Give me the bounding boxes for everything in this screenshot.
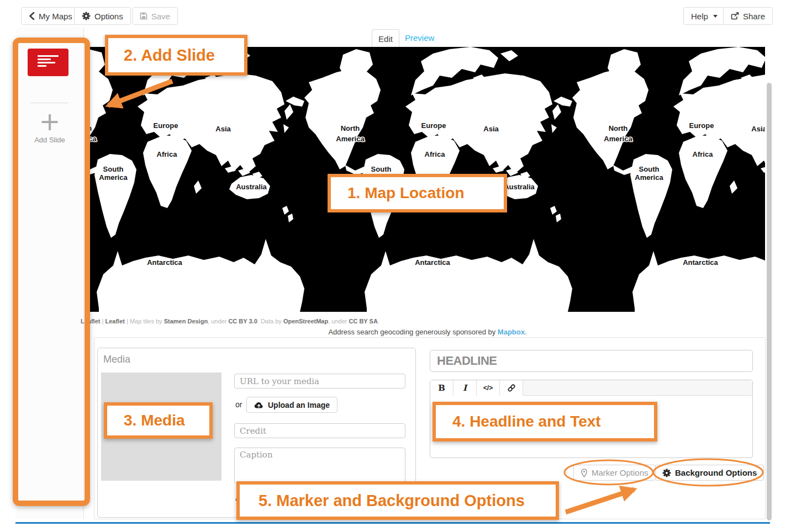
map-pin-icon xyxy=(581,469,588,477)
vertical-scrollbar[interactable] xyxy=(767,83,772,520)
credit-input[interactable] xyxy=(234,423,405,438)
svg-text:Asia: Asia xyxy=(215,125,231,133)
chain-link-icon xyxy=(507,384,516,392)
svg-text:Antarctica: Antarctica xyxy=(683,258,718,267)
svg-text:Africa: Africa xyxy=(425,150,446,158)
share-icon xyxy=(731,12,739,20)
svg-text:America: America xyxy=(604,135,632,143)
bold-button[interactable]: B xyxy=(430,380,453,396)
headline-input[interactable] xyxy=(430,350,753,372)
cloud-upload-icon xyxy=(254,401,263,408)
caret-down-icon xyxy=(713,15,718,18)
add-slide-button[interactable]: + Add Slide xyxy=(15,108,84,144)
slide-thumbnail[interactable] xyxy=(28,49,68,76)
tab-edit-label: Edit xyxy=(378,34,393,44)
help-label: Help xyxy=(691,12,708,21)
or-label: or xyxy=(235,400,242,409)
chevron-left-icon xyxy=(29,12,35,20)
svg-text:South: South xyxy=(103,165,124,173)
svg-text:North: North xyxy=(90,124,92,132)
svg-text:Europe: Europe xyxy=(421,121,446,130)
marker-options-label: Marker Options xyxy=(592,468,648,477)
sponsor-text: Address search geocoding generously spon… xyxy=(328,328,497,336)
share-label: Share xyxy=(743,12,765,21)
svg-text:North: North xyxy=(341,124,360,132)
svg-text:Asia: Asia xyxy=(483,125,499,133)
marker-options-button[interactable]: Marker Options xyxy=(573,465,656,481)
text-editor: B I </> xyxy=(430,380,753,458)
background-options-label: Background Options xyxy=(675,468,757,477)
mapbox-link[interactable]: Mapbox xyxy=(498,328,525,336)
options-button[interactable]: Options xyxy=(74,7,131,25)
svg-text:Australia: Australia xyxy=(504,183,535,191)
help-button[interactable]: Help xyxy=(683,7,725,25)
background-options-button[interactable]: Background Options xyxy=(655,465,764,481)
my-maps-button[interactable]: My Maps xyxy=(21,7,80,25)
italic-button[interactable]: I xyxy=(453,380,477,396)
plus-icon: + xyxy=(15,108,84,135)
svg-text:America: America xyxy=(90,135,97,143)
tab-preview-label: Preview xyxy=(405,33,434,42)
svg-text:America: America xyxy=(99,173,128,182)
link-button[interactable] xyxy=(500,380,523,396)
share-button[interactable]: Share xyxy=(723,7,773,25)
options-label: Options xyxy=(94,12,123,21)
map-canvas[interactable]: EuropeAsiaAfricaSouthAmericaAustraliaNor… xyxy=(90,47,765,312)
svg-text:Australia: Australia xyxy=(236,183,267,191)
svg-text:Africa: Africa xyxy=(693,150,714,158)
svg-text:America: America xyxy=(367,173,396,182)
svg-text:South: South xyxy=(371,165,392,173)
text-editor-area[interactable] xyxy=(430,396,752,458)
geocoding-sponsor-note: Address search geocoding generously spon… xyxy=(90,328,765,336)
svg-text:Antarctica: Antarctica xyxy=(415,258,450,267)
map-attribution: Leaflet | Leaflet | Map tiles by Stamen … xyxy=(81,318,379,324)
bottom-blue-rule xyxy=(15,522,770,524)
code-button[interactable]: </> xyxy=(477,380,500,396)
save-button[interactable]: Save xyxy=(132,7,178,25)
sponsor-suffix: . xyxy=(525,328,527,336)
tab-preview[interactable]: Preview xyxy=(405,33,434,42)
svg-text:Europe: Europe xyxy=(689,121,714,130)
media-panel: Media or Upload an Image A xyxy=(97,348,416,518)
text-editor-toolbar: B I </> xyxy=(430,380,752,396)
upload-image-label: Upload an Image xyxy=(268,401,330,409)
svg-text:Africa: Africa xyxy=(157,150,178,158)
tab-edit[interactable]: Edit xyxy=(372,29,399,47)
sidebar-divider xyxy=(30,103,68,103)
partially-hidden-text-fragment: A xyxy=(235,494,240,502)
media-url-input[interactable] xyxy=(234,374,405,389)
save-label: Save xyxy=(151,12,170,21)
media-panel-title: Media xyxy=(103,354,130,365)
world-map: EuropeAsiaAfricaSouthAmericaAustraliaNor… xyxy=(90,47,765,312)
svg-text:America: America xyxy=(336,135,365,143)
svg-text:Antarctica: Antarctica xyxy=(147,258,182,267)
media-preview-placeholder xyxy=(101,373,222,481)
my-maps-label: My Maps xyxy=(39,12,72,21)
gear-icon xyxy=(662,469,671,477)
svg-text:Asia: Asia xyxy=(751,125,765,133)
caption-textarea[interactable] xyxy=(234,448,405,484)
svg-text:Europe: Europe xyxy=(154,121,178,130)
svg-text:South: South xyxy=(639,165,660,173)
svg-text:America: America xyxy=(635,173,663,182)
add-slide-label: Add Slide xyxy=(15,136,84,144)
slides-sidebar: + Add Slide xyxy=(15,28,84,519)
save-icon xyxy=(140,12,147,20)
gear-icon xyxy=(82,12,91,20)
text-lines-icon xyxy=(38,55,59,68)
svg-text:North: North xyxy=(609,124,628,132)
upload-image-button[interactable]: Upload an Image xyxy=(246,397,338,413)
